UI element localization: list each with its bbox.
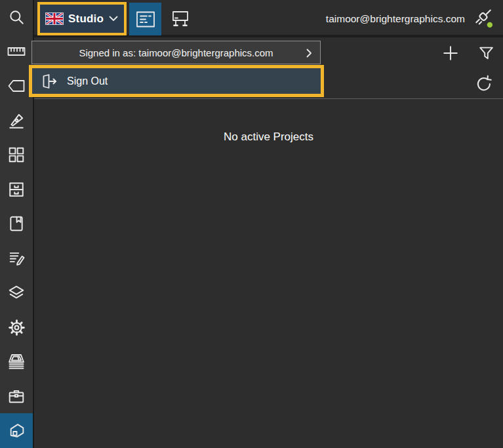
press-output-icon — [7, 354, 26, 370]
drawer-icon — [8, 181, 25, 198]
sidebar-item-layers[interactable] — [0, 275, 33, 310]
settings-gear-icon — [8, 319, 26, 336]
form-view-icon — [136, 10, 155, 28]
sidebar-item-toolbox[interactable] — [0, 379, 33, 414]
bookmark-icon — [8, 215, 25, 232]
status-dot-connected — [487, 22, 493, 28]
home-icon — [8, 422, 26, 439]
whiteboard-icon — [171, 10, 190, 28]
top-bar: Studio — [34, 0, 503, 37]
toolbox-icon — [8, 388, 25, 405]
sign-out-label: Sign Out — [67, 75, 108, 87]
filter-icon — [478, 45, 494, 62]
sidebar-item-draw[interactable] — [0, 104, 33, 138]
layers-icon — [8, 285, 25, 302]
filter-button[interactable] — [475, 43, 496, 64]
sign-out-highlight: Sign Out — [29, 65, 324, 97]
sidebar-item-settings[interactable] — [0, 310, 33, 345]
sidebar-item-measure[interactable] — [0, 35, 33, 70]
search-icon — [8, 9, 25, 26]
sidebar-item-home[interactable] — [0, 413, 33, 448]
sidebar-item-library[interactable] — [0, 207, 33, 241]
refresh-button[interactable] — [473, 73, 494, 94]
signed-in-as-menu-item[interactable]: Signed in as: taimoor@brightergraphics.c… — [31, 41, 321, 64]
pen-tool-icon — [8, 112, 25, 129]
grid-icon — [8, 146, 25, 163]
studio-menu-highlight: Studio — [37, 2, 127, 35]
signed-in-as-label: Signed in as: taimoor@brightergraphics.c… — [79, 47, 273, 58]
empty-projects-message: No active Projects — [34, 131, 503, 144]
add-project-button[interactable] — [440, 43, 461, 64]
studio-menu-button[interactable]: Studio — [40, 5, 124, 33]
sign-out-menu-item[interactable]: Sign Out — [32, 68, 321, 94]
connection-status-button[interactable] — [472, 7, 497, 32]
sidebar-item-modules[interactable] — [0, 138, 33, 173]
sign-out-icon — [41, 73, 58, 89]
edit-document-icon — [8, 250, 25, 267]
plus-icon — [442, 45, 459, 62]
form-view-button[interactable] — [129, 3, 161, 35]
sidebar-item-archive[interactable] — [0, 173, 33, 207]
tag-icon — [8, 79, 25, 92]
studio-menu-label: Studio — [68, 12, 104, 26]
plug-icon — [472, 7, 497, 30]
whiteboard-view-button[interactable] — [164, 3, 196, 35]
toolbar-divider — [34, 98, 503, 99]
uk-flag-icon — [46, 13, 63, 24]
refresh-icon — [475, 75, 493, 92]
sidebar-item-search[interactable] — [0, 0, 33, 35]
signed-in-email: taimoor@brightergraphics.com — [326, 0, 465, 37]
ruler-icon — [7, 46, 26, 58]
sidebar-item-output[interactable] — [0, 344, 33, 379]
sidebar-item-notes[interactable] — [0, 241, 33, 276]
sidebar-item-labels[interactable] — [0, 69, 33, 104]
chevron-right-icon — [306, 49, 312, 58]
chevron-down-icon — [109, 16, 118, 22]
